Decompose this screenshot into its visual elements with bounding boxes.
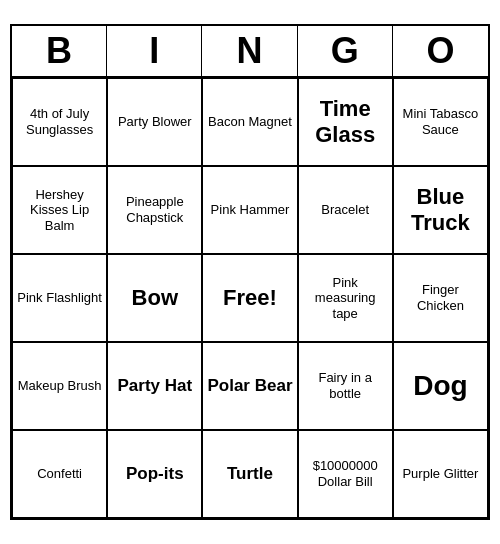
bingo-cell-7: Pink Hammer — [202, 166, 297, 254]
bingo-cell-23: $10000000 Dollar Bill — [298, 430, 393, 518]
bingo-cell-9: Blue Truck — [393, 166, 488, 254]
bingo-cell-6: Pineapple Chapstick — [107, 166, 202, 254]
bingo-cell-12: Free! — [202, 254, 297, 342]
bingo-cell-1: Party Blower — [107, 78, 202, 166]
bingo-cell-3: Time Glass — [298, 78, 393, 166]
bingo-cell-22: Turtle — [202, 430, 297, 518]
bingo-header: BINGO — [12, 26, 488, 78]
bingo-letter-g: G — [298, 26, 393, 76]
bingo-cell-11: Bow — [107, 254, 202, 342]
bingo-cell-13: Pink measuring tape — [298, 254, 393, 342]
bingo-cell-4: Mini Tabasco Sauce — [393, 78, 488, 166]
bingo-cell-19: Dog — [393, 342, 488, 430]
bingo-cell-0: 4th of July Sunglasses — [12, 78, 107, 166]
bingo-cell-14: Finger Chicken — [393, 254, 488, 342]
bingo-cell-21: Pop-its — [107, 430, 202, 518]
bingo-cell-20: Confetti — [12, 430, 107, 518]
bingo-cell-24: Purple Glitter — [393, 430, 488, 518]
bingo-letter-i: I — [107, 26, 202, 76]
bingo-letter-n: N — [202, 26, 297, 76]
bingo-cell-17: Polar Bear — [202, 342, 297, 430]
bingo-card: BINGO 4th of July SunglassesParty Blower… — [10, 24, 490, 520]
bingo-letter-b: B — [12, 26, 107, 76]
bingo-cell-2: Bacon Magnet — [202, 78, 297, 166]
bingo-cell-5: Hershey Kisses Lip Balm — [12, 166, 107, 254]
bingo-cell-8: Bracelet — [298, 166, 393, 254]
bingo-cell-18: Fairy in a bottle — [298, 342, 393, 430]
bingo-cell-10: Pink Flashlight — [12, 254, 107, 342]
bingo-letter-o: O — [393, 26, 488, 76]
bingo-cell-15: Makeup Brush — [12, 342, 107, 430]
bingo-grid: 4th of July SunglassesParty BlowerBacon … — [12, 78, 488, 518]
bingo-cell-16: Party Hat — [107, 342, 202, 430]
